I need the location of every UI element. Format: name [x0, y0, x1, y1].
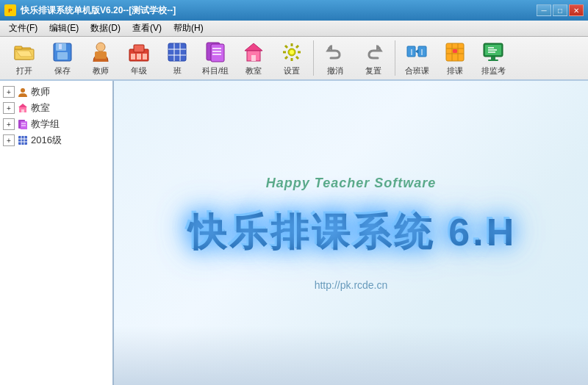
menu-bar: 文件(F) 编辑(E) 数据(D) 查看(V) 帮助(H)	[0, 21, 588, 37]
svg-rect-4	[15, 46, 22, 49]
toolbar-redo-button[interactable]: 复置	[355, 39, 392, 77]
svg-line-35	[285, 46, 287, 48]
toolbar-subject-button[interactable]: 科目/组	[197, 39, 234, 77]
svg-rect-10	[95, 51, 107, 59]
svg-rect-14	[137, 54, 141, 60]
title-bar: P 快乐排课系统单机版V6.20--[测试学校--] ─ □ ✕	[0, 0, 588, 21]
svg-rect-8	[59, 44, 62, 49]
svg-rect-28	[251, 55, 256, 61]
brand-tagline: Happy Teacher Software	[266, 176, 436, 191]
svg-rect-50	[453, 49, 457, 53]
class-label: 班	[173, 65, 182, 76]
content-area: Happy Teacher Software 快乐排课系统 6.H http:/…	[114, 81, 588, 385]
save-icon	[51, 40, 74, 64]
teacher-icon	[89, 40, 112, 64]
room-label: 教室	[245, 65, 262, 76]
svg-rect-54	[488, 60, 498, 61]
toolbar-merge-button[interactable]: 合班课	[398, 39, 435, 77]
svg-line-38	[285, 57, 287, 59]
svg-rect-16	[168, 43, 186, 61]
undo-label: 撤消	[327, 65, 343, 76]
monitor-icon	[481, 40, 505, 64]
merge-label: 合班课	[405, 65, 429, 76]
sidebar-item-groups[interactable]: + 教学组	[3, 116, 110, 132]
svg-marker-59	[18, 104, 27, 107]
svg-point-58	[21, 88, 25, 93]
toolbar-undo-button[interactable]: 撤消	[317, 39, 354, 77]
settings-icon	[280, 40, 304, 64]
grade2016-icon	[17, 134, 29, 146]
toolbar-arrange-button[interactable]: 排课	[437, 39, 473, 77]
svg-line-37	[296, 46, 298, 48]
expand-rooms[interactable]: +	[3, 102, 15, 114]
menu-edit[interactable]: 编辑(E)	[43, 21, 85, 36]
toolbar-save-button[interactable]: 保存	[44, 39, 81, 77]
toolbar-settings-button[interactable]: 设置	[273, 39, 310, 77]
open-icon	[12, 40, 36, 64]
teachers-label: 教师	[31, 85, 50, 98]
toolbar: 打开 保存 教师	[0, 37, 588, 81]
rooms-label: 教室	[31, 101, 50, 115]
main-title: 快乐排课系统 6.H	[187, 206, 515, 257]
monitor-label: 排监考	[481, 65, 506, 76]
merge-icon	[405, 40, 429, 64]
rooms-icon	[17, 102, 29, 114]
close-button[interactable]: ✕	[569, 4, 584, 16]
toolbar-monitor-button[interactable]: 排监考	[475, 39, 512, 77]
groups-label: 教学组	[31, 118, 60, 131]
subject-icon	[204, 40, 227, 64]
expand-groups[interactable]: +	[3, 118, 15, 130]
toolbar-open-button[interactable]: 打开	[6, 39, 43, 77]
maximize-button[interactable]: □	[553, 4, 567, 16]
expand-teachers[interactable]: +	[3, 86, 15, 98]
undo-icon	[323, 40, 347, 64]
subject-label: 科目/组	[202, 65, 229, 76]
svg-rect-53	[491, 57, 495, 60]
class-icon	[165, 40, 189, 64]
menu-file[interactable]: 文件(F)	[3, 21, 43, 36]
window-title: 快乐排课系统单机版V6.20--[测试学校--]	[21, 4, 176, 17]
grade-icon	[127, 40, 151, 64]
sidebar-item-grade2016[interactable]: + 2016级	[3, 132, 110, 148]
svg-rect-7	[57, 52, 68, 60]
svg-rect-22	[211, 44, 224, 62]
sidebar-item-rooms[interactable]: + 教室	[3, 100, 110, 116]
groups-icon	[17, 118, 29, 130]
toolbar-room-button[interactable]: 教室	[235, 39, 272, 77]
menu-view[interactable]: 查看(V)	[126, 21, 168, 36]
svg-line-36	[296, 57, 298, 59]
svg-point-30	[290, 50, 294, 54]
toolbar-teacher-button[interactable]: 教师	[82, 39, 119, 77]
svg-rect-61	[21, 109, 24, 112]
svg-rect-15	[143, 54, 147, 60]
toolbar-class-button[interactable]: 班	[159, 39, 196, 77]
toolbar-separator-2	[395, 40, 395, 76]
grade2016-label: 2016级	[31, 134, 62, 147]
minimize-button[interactable]: ─	[537, 4, 551, 16]
toolbar-separator-1	[313, 40, 314, 76]
app-icon: P	[4, 4, 16, 16]
sidebar-item-teachers[interactable]: + 教师	[3, 84, 110, 100]
arrange-label: 排课	[447, 65, 463, 76]
teacher-label: 教师	[93, 65, 109, 76]
svg-text:P: P	[8, 7, 12, 14]
teachers-icon	[17, 86, 29, 98]
sidebar: + 教师 + 教室 +	[0, 81, 114, 385]
arrange-icon	[443, 40, 467, 64]
title-bar-left: P 快乐排课系统单机版V6.20--[测试学校--]	[4, 4, 176, 17]
open-label: 打开	[16, 65, 32, 76]
svg-rect-66	[18, 136, 27, 145]
window-controls: ─ □ ✕	[537, 4, 584, 16]
settings-label: 设置	[284, 65, 300, 76]
save-label: 保存	[54, 65, 71, 76]
main-area: + 教师 + 教室 +	[0, 81, 588, 385]
redo-label: 复置	[365, 65, 381, 76]
svg-rect-13	[131, 54, 135, 60]
grade-label: 年级	[131, 65, 147, 76]
expand-grade2016[interactable]: +	[3, 134, 15, 146]
toolbar-grade-button[interactable]: 年级	[121, 39, 157, 77]
menu-help[interactable]: 帮助(H)	[168, 21, 209, 36]
svg-point-9	[96, 43, 105, 51]
menu-data[interactable]: 数据(D)	[85, 21, 126, 36]
svg-rect-12	[134, 45, 144, 52]
